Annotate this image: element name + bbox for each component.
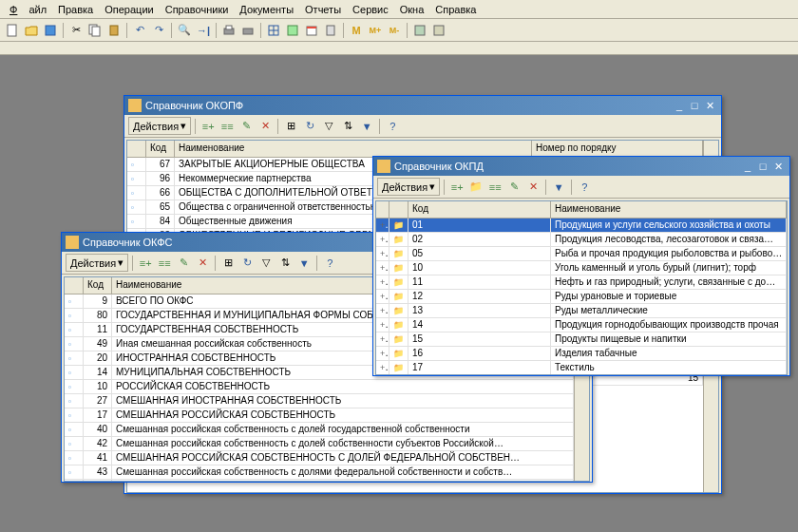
table-row[interactable]: 17Текстиль xyxy=(376,361,787,374)
help-icon[interactable]: ? xyxy=(384,118,401,135)
add-copy-icon[interactable]: ≡≡ xyxy=(218,118,236,135)
table-row[interactable]: 05Рыба и прочая продукция рыболовства и … xyxy=(376,247,787,261)
menu-help[interactable]: Справка xyxy=(429,2,482,17)
add-icon[interactable]: ≡+ xyxy=(137,255,154,272)
close-icon[interactable]: ✕ xyxy=(770,160,786,173)
cut-icon[interactable]: ✂ xyxy=(67,22,85,39)
table-row[interactable]: 01Продукция и услуги сельского хозяйства… xyxy=(376,218,787,233)
m-minus-icon[interactable]: M- xyxy=(386,22,403,39)
find-icon[interactable]: 🔍 xyxy=(176,22,193,39)
grid-icon[interactable] xyxy=(265,22,282,39)
paste-icon[interactable] xyxy=(105,22,123,39)
sort-icon[interactable]: ⇅ xyxy=(339,118,356,135)
titlebar-okpd[interactable]: Справочник ОКПД _ □ ✕ xyxy=(373,157,789,176)
expand-icon[interactable] xyxy=(380,219,387,230)
maximize-icon[interactable]: □ xyxy=(687,99,702,112)
table-row[interactable]: 10Уголь каменный и уголь бурый (лигнит);… xyxy=(376,261,787,276)
table-row[interactable]: 10РОССИЙСКАЯ СОБСТВЕННОСТЬ xyxy=(65,380,574,394)
minimize-icon[interactable]: _ xyxy=(740,160,755,173)
goto-icon[interactable]: →| xyxy=(195,22,212,39)
edit-icon[interactable]: ✎ xyxy=(238,118,255,135)
redo-icon[interactable]: ↷ xyxy=(150,22,167,39)
delete-icon[interactable]: ✕ xyxy=(256,118,274,135)
table-row[interactable]: 15Продукты пищевые и напитки xyxy=(376,332,787,347)
calendar-icon[interactable] xyxy=(303,22,320,39)
expand-icon[interactable] xyxy=(380,262,387,273)
delete-icon[interactable]: ✕ xyxy=(524,179,542,196)
tool2-icon[interactable] xyxy=(430,22,447,39)
col-num[interactable]: Номер по порядку xyxy=(532,141,703,157)
menu-edit[interactable]: Правка xyxy=(52,2,99,17)
refresh-icon[interactable]: ↻ xyxy=(238,255,256,272)
filter-icon[interactable]: ▽ xyxy=(257,255,275,272)
menu-documents[interactable]: Документы xyxy=(234,2,299,17)
table-row[interactable]: 43Смешанная российская собственность с д… xyxy=(65,466,574,480)
menu-file[interactable]: Файл xyxy=(4,2,52,17)
delete-icon[interactable]: ✕ xyxy=(194,255,211,272)
new-icon[interactable] xyxy=(4,22,21,39)
expand-icon[interactable] xyxy=(380,348,387,358)
table-row[interactable]: 41СМЕШАННАЯ РОССИЙСКАЯ СОБСТВЕННОСТЬ С Д… xyxy=(65,451,574,466)
expand-icon[interactable] xyxy=(380,234,387,244)
col-name[interactable]: Наименование xyxy=(175,141,532,157)
add-copy-icon[interactable]: ≡≡ xyxy=(486,179,504,196)
actions-button[interactable]: Действия ▾ xyxy=(128,117,191,135)
menu-reports[interactable]: Отчеты xyxy=(299,2,347,17)
table-row[interactable]: 11Нефть и газ природный; услуги, связанн… xyxy=(376,276,787,290)
table-row[interactable]: 42Смешанная российская собственность с д… xyxy=(65,437,574,451)
undo-icon[interactable]: ↶ xyxy=(131,22,148,39)
help-icon[interactable]: ? xyxy=(321,255,338,272)
grid-body[interactable]: 01Продукция и услуги сельского хозяйства… xyxy=(376,218,787,374)
table-row[interactable]: 17СМЕШАННАЯ РОССИЙСКАЯ СОБСТВЕННОСТЬ xyxy=(65,408,574,423)
titlebar-okopf[interactable]: Справочник ОКОПФ _ □ ✕ xyxy=(124,96,721,115)
tool1-icon[interactable] xyxy=(411,22,428,39)
hierarchy-icon[interactable]: ⊞ xyxy=(219,255,237,272)
table-row[interactable]: 40Смешанная российская собственность с д… xyxy=(65,423,574,437)
menu-directories[interactable]: Справочники xyxy=(160,2,235,17)
menu-windows[interactable]: Окна xyxy=(394,2,430,17)
copy-icon[interactable] xyxy=(86,22,104,39)
settings-dropdown-icon[interactable]: ▼ xyxy=(295,255,313,272)
expand-icon[interactable] xyxy=(380,319,387,330)
expand-icon[interactable] xyxy=(380,333,387,344)
settings-dropdown-icon[interactable]: ▼ xyxy=(358,118,375,135)
expand-icon[interactable] xyxy=(380,362,387,372)
save-icon[interactable] xyxy=(42,22,59,39)
minimize-icon[interactable]: _ xyxy=(672,99,687,112)
m-icon[interactable]: M xyxy=(348,22,365,39)
hierarchy-icon[interactable]: ⊞ xyxy=(282,118,299,135)
expand-icon[interactable] xyxy=(380,276,387,287)
table-row[interactable]: 16Изделия табачные xyxy=(376,347,787,361)
add-icon[interactable]: ≡+ xyxy=(448,179,466,196)
edit-icon[interactable]: ✎ xyxy=(505,179,522,196)
edit-icon[interactable]: ✎ xyxy=(175,255,192,272)
sort-icon[interactable]: ⇅ xyxy=(276,255,294,272)
settings-dropdown-icon[interactable]: ▼ xyxy=(550,179,567,196)
table-row[interactable]: 14Продукция горнодобывающих производств … xyxy=(376,318,787,332)
actions-button[interactable]: Действия ▾ xyxy=(377,178,440,196)
col-code[interactable]: Код xyxy=(84,277,112,294)
add-folder-icon[interactable]: 📁 xyxy=(467,179,484,196)
help-icon[interactable]: ? xyxy=(576,179,593,196)
maximize-icon[interactable]: □ xyxy=(755,160,770,173)
col-name[interactable]: Наименование xyxy=(551,201,787,218)
form-icon[interactable] xyxy=(284,22,301,39)
table-row[interactable]: 13Руды металлические xyxy=(376,304,787,318)
expand-icon[interactable] xyxy=(380,248,387,258)
scrollbar-vertical[interactable] xyxy=(787,201,788,374)
close-icon[interactable]: ✕ xyxy=(702,99,717,112)
print-direct-icon[interactable] xyxy=(220,22,238,39)
menu-operations[interactable]: Операции xyxy=(99,2,159,17)
calc-icon[interactable] xyxy=(322,22,339,39)
refresh-icon[interactable]: ↻ xyxy=(301,118,318,135)
expand-icon[interactable] xyxy=(380,305,387,315)
table-row[interactable]: 12Руды урановые и ториевые xyxy=(376,290,787,304)
expand-icon[interactable] xyxy=(380,291,387,301)
m-plus-icon[interactable]: M+ xyxy=(367,22,384,39)
col-code[interactable]: Код xyxy=(408,201,551,218)
add-icon[interactable]: ≡+ xyxy=(200,118,217,135)
table-row[interactable]: 02Продукция лесоводства, лесозаготовок и… xyxy=(376,233,787,247)
table-row[interactable]: 27СМЕШАННАЯ ИНОСТРАННАЯ СОБСТВЕННОСТЬ xyxy=(65,394,574,408)
print-icon[interactable] xyxy=(239,22,256,39)
table-row[interactable]: 50Собственность благотворительных органи… xyxy=(65,480,574,481)
